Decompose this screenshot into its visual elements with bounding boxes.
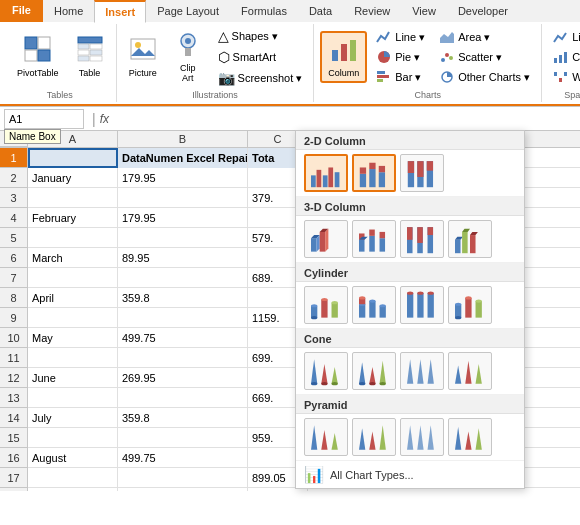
other-charts-button[interactable]: Other Charts ▾ xyxy=(434,68,535,86)
row-num-10[interactable]: 10 xyxy=(0,328,28,348)
chart-option-2d-clustered[interactable] xyxy=(304,154,348,192)
cell-a7[interactable] xyxy=(28,268,118,288)
cell-a8[interactable]: April xyxy=(28,288,118,308)
cell-a5[interactable] xyxy=(28,228,118,248)
cell-a9[interactable] xyxy=(28,308,118,328)
pivottable-button[interactable]: PivotTable xyxy=(10,32,66,82)
screenshot-button[interactable]: 📷 Screenshot ▾ xyxy=(213,68,308,88)
clipart-button[interactable]: Clip Art xyxy=(167,27,208,87)
row-num-11[interactable]: 11 xyxy=(0,348,28,368)
cell-b8[interactable]: 359.8 xyxy=(118,288,248,308)
chart-option-pyr-1[interactable] xyxy=(304,418,348,456)
chart-option-cyl-2[interactable] xyxy=(352,286,396,324)
cell-a1[interactable] xyxy=(28,148,118,168)
row-num-4[interactable]: 4 xyxy=(0,208,28,228)
tab-review[interactable]: Review xyxy=(343,0,401,22)
cell-b9[interactable] xyxy=(118,308,248,328)
pie-chart-button[interactable]: Pie ▾ xyxy=(371,48,430,66)
tab-file[interactable]: File xyxy=(0,0,43,22)
cell-b1[interactable]: DataNumen Excel Repair xyxy=(118,148,248,168)
cell-b13[interactable] xyxy=(118,388,248,408)
smartart-button[interactable]: ⬡ SmartArt xyxy=(213,47,308,67)
row-num-2[interactable]: 2 xyxy=(0,168,28,188)
cell-b6[interactable]: 89.95 xyxy=(118,248,248,268)
cell-b7[interactable] xyxy=(118,268,248,288)
formula-input[interactable] xyxy=(115,113,576,125)
cell-a11[interactable] xyxy=(28,348,118,368)
cell-a18[interactable]: September xyxy=(28,488,118,491)
row-num-8[interactable]: 8 xyxy=(0,288,28,308)
cell-b2[interactable]: 179.95 xyxy=(118,168,248,188)
sparkline-column-button[interactable]: Column xyxy=(548,48,580,66)
sparkline-winloss-button[interactable]: Win/Loss xyxy=(548,68,580,86)
chart-option-cone-1[interactable] xyxy=(304,352,348,390)
cell-b14[interactable]: 359.8 xyxy=(118,408,248,428)
row-num-1[interactable]: 1 xyxy=(0,148,28,168)
row-num-3[interactable]: 3 xyxy=(0,188,28,208)
row-num-9[interactable]: 9 xyxy=(0,308,28,328)
sparkline-line-button[interactable]: Line xyxy=(548,28,580,46)
row-num-15[interactable]: 15 xyxy=(0,428,28,448)
col-header-b[interactable]: B xyxy=(118,131,248,147)
chart-option-pyr-2[interactable] xyxy=(352,418,396,456)
chart-option-3d-100stacked[interactable] xyxy=(400,220,444,258)
tab-insert[interactable]: Insert xyxy=(94,0,146,23)
all-chart-types-button[interactable]: 📊 All Chart Types... xyxy=(296,461,524,488)
chart-option-2d-100stacked[interactable] xyxy=(400,154,444,192)
row-num-13[interactable]: 13 xyxy=(0,388,28,408)
area-chart-button[interactable]: Area ▾ xyxy=(434,28,535,46)
column-chart-button[interactable]: Column xyxy=(320,31,367,83)
cell-b12[interactable]: 269.95 xyxy=(118,368,248,388)
row-num-17[interactable]: 17 xyxy=(0,468,28,488)
tab-pagelayout[interactable]: Page Layout xyxy=(146,0,230,22)
chart-option-pyr-3[interactable] xyxy=(400,418,444,456)
row-num-7[interactable]: 7 xyxy=(0,268,28,288)
chart-option-cyl-4[interactable] xyxy=(448,286,492,324)
row-num-5[interactable]: 5 xyxy=(0,228,28,248)
cell-a12[interactable]: June xyxy=(28,368,118,388)
chart-option-2d-stacked[interactable] xyxy=(352,154,396,192)
shapes-button[interactable]: △ Shapes ▾ xyxy=(213,26,308,46)
cell-b5[interactable] xyxy=(118,228,248,248)
bar-chart-button[interactable]: Bar ▾ xyxy=(371,68,430,86)
row-num-16[interactable]: 16 xyxy=(0,448,28,468)
tab-data[interactable]: Data xyxy=(298,0,343,22)
row-num-6[interactable]: 6 xyxy=(0,248,28,268)
cell-a10[interactable]: May xyxy=(28,328,118,348)
cell-a4[interactable]: February xyxy=(28,208,118,228)
cell-b11[interactable] xyxy=(118,348,248,368)
scatter-chart-button[interactable]: Scatter ▾ xyxy=(434,48,535,66)
cell-a15[interactable] xyxy=(28,428,118,448)
name-box-input[interactable] xyxy=(4,109,84,129)
cell-b3[interactable] xyxy=(118,188,248,208)
tab-formulas[interactable]: Formulas xyxy=(230,0,298,22)
chart-option-3d-clustered[interactable] xyxy=(304,220,348,258)
chart-option-cyl-3[interactable] xyxy=(400,286,444,324)
cell-b18[interactable]: 269.95 xyxy=(118,488,248,491)
chart-option-3d-stacked[interactable] xyxy=(352,220,396,258)
cell-a3[interactable] xyxy=(28,188,118,208)
tab-developer[interactable]: Developer xyxy=(447,0,519,22)
table-button[interactable]: Table xyxy=(70,32,110,82)
cell-b4[interactable]: 179.95 xyxy=(118,208,248,228)
cell-b15[interactable] xyxy=(118,428,248,448)
cell-a2[interactable]: January xyxy=(28,168,118,188)
cell-a13[interactable] xyxy=(28,388,118,408)
picture-button[interactable]: Picture xyxy=(123,32,164,82)
tab-view[interactable]: View xyxy=(401,0,447,22)
line-chart-button[interactable]: Line ▾ xyxy=(371,28,430,46)
cell-a16[interactable]: August xyxy=(28,448,118,468)
row-num-18[interactable]: 18 xyxy=(0,488,28,491)
chart-option-cone-2[interactable] xyxy=(352,352,396,390)
chart-option-cone-3[interactable] xyxy=(400,352,444,390)
cell-a17[interactable] xyxy=(28,468,118,488)
cell-a14[interactable]: July xyxy=(28,408,118,428)
chart-option-cone-4[interactable] xyxy=(448,352,492,390)
cell-a6[interactable]: March xyxy=(28,248,118,268)
tab-home[interactable]: Home xyxy=(43,0,94,22)
cell-b10[interactable]: 499.75 xyxy=(118,328,248,348)
row-num-14[interactable]: 14 xyxy=(0,408,28,428)
cell-b17[interactable] xyxy=(118,468,248,488)
chart-option-cyl-1[interactable] xyxy=(304,286,348,324)
cell-b16[interactable]: 499.75 xyxy=(118,448,248,468)
